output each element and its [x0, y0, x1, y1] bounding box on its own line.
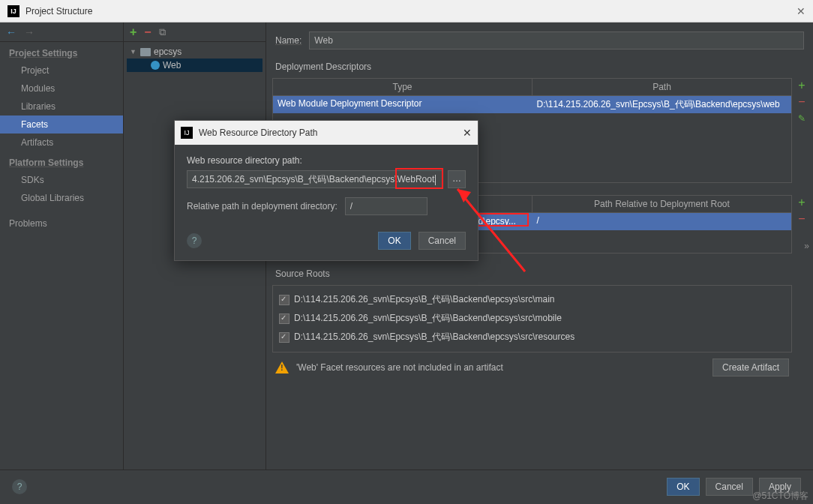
intellij-icon: IJ — [181, 127, 193, 139]
web-icon — [151, 61, 160, 70]
chevron-down-icon: ▼ — [130, 48, 137, 56]
dd-add-icon[interactable]: + — [794, 79, 809, 94]
checkbox-icon[interactable] — [279, 314, 290, 324]
section-platform-settings: Platform Settings — [0, 152, 123, 171]
tree-toolbar: + − ⧉ — [124, 22, 266, 42]
section-project-settings: Project Settings — [0, 42, 123, 62]
nav-artifacts[interactable]: Artifacts — [0, 134, 123, 152]
dd-col-type: Type — [273, 79, 532, 95]
create-artifact-button[interactable]: Create Artifact — [712, 358, 789, 376]
relative-path-input[interactable] — [345, 197, 428, 215]
dialog-title-bar: IJ Web Resource Directory Path ✕ — [175, 121, 478, 145]
nav-facets[interactable]: Facets — [0, 116, 123, 134]
checkbox-icon[interactable] — [279, 332, 290, 343]
settings-sidebar: ← → Project Settings Project Modules Lib… — [0, 22, 124, 470]
more-icon[interactable]: » — [804, 241, 809, 251]
close-icon[interactable]: ✕ — [796, 5, 806, 17]
nav-sdks[interactable]: SDKs — [0, 171, 123, 189]
ok-button[interactable]: OK — [667, 478, 699, 496]
intellij-icon: IJ — [8, 5, 20, 17]
copy-icon[interactable]: ⧉ — [159, 26, 166, 38]
tree-facet-label: Web — [163, 60, 181, 70]
window-title-bar: IJ Project Structure ✕ — [0, 0, 813, 22]
tree-module[interactable]: ▼ epcsys — [127, 45, 262, 58]
checkbox-icon[interactable] — [279, 295, 290, 305]
help-icon[interactable]: ? — [12, 479, 27, 494]
warning-icon — [275, 362, 289, 374]
wrd-add-icon[interactable]: + — [794, 196, 809, 211]
dd-remove-icon[interactable]: − — [794, 95, 809, 110]
nav-project[interactable]: Project — [0, 62, 123, 80]
wrd-row-rel: / — [532, 213, 792, 230]
dd-edit-icon[interactable]: ✎ — [794, 112, 809, 127]
dd-col-path: Path — [532, 79, 791, 95]
dialog-title: Web Resource Directory Path — [199, 128, 318, 138]
window-title: Project Structure — [26, 6, 92, 16]
name-label: Name: — [275, 35, 302, 46]
nav-global-libraries[interactable]: Global Libraries — [0, 189, 123, 207]
dialog-button-bar: ? OK Cancel Apply — [0, 470, 813, 502]
sidebar-toolbar: ← → — [0, 22, 123, 42]
forward-icon[interactable]: → — [24, 26, 34, 38]
wrd-remove-icon[interactable]: − — [794, 212, 809, 227]
dd-row[interactable]: Web Module Deployment Descriptor D:\114.… — [273, 96, 791, 113]
path-input[interactable]: 4.215.206.26_svn\Epcsys\B_代码\Backend\epc… — [187, 170, 443, 188]
wrd-col-rel: Path Relative to Deployment Root — [532, 196, 791, 212]
nav-libraries[interactable]: Libraries — [0, 98, 123, 116]
path-label: Web resource directory path: — [187, 155, 466, 166]
cancel-button[interactable]: Cancel — [706, 478, 753, 496]
deployment-descriptors-label: Deployment Descriptors — [272, 60, 813, 74]
dialog-cancel-button[interactable]: Cancel — [418, 232, 466, 250]
nav-problems[interactable]: Problems — [0, 214, 123, 232]
web-resource-directory-dialog: IJ Web Resource Directory Path ✕ Web res… — [174, 120, 478, 261]
back-icon[interactable]: ← — [6, 26, 16, 38]
dialog-ok-button[interactable]: OK — [378, 232, 410, 250]
tree-facet-web[interactable]: Web — [127, 58, 262, 72]
relative-path-label: Relative path in deployment directory: — [187, 201, 338, 212]
source-root-item[interactable]: D:\114.215.206.26_svn\Epcsys\B_代码\Backen… — [278, 290, 787, 309]
help-icon[interactable]: ? — [187, 233, 202, 248]
warning-text: 'Web' Facet resources are not included i… — [296, 362, 503, 373]
folder-icon — [140, 48, 151, 56]
remove-icon[interactable]: − — [144, 26, 151, 39]
dd-row-path: D:\114.215.206.26_svn\Epcsys\B_代码\Backen… — [532, 96, 792, 113]
add-icon[interactable]: + — [130, 26, 136, 39]
watermark: @51CTO博客 — [752, 490, 808, 502]
browse-button[interactable]: … — [448, 170, 466, 188]
source-root-item[interactable]: D:\114.215.206.26_svn\Epcsys\B_代码\Backen… — [278, 309, 787, 328]
close-icon[interactable]: ✕ — [463, 127, 472, 139]
nav-modules[interactable]: Modules — [0, 80, 123, 98]
dd-row-type: Web Module Deployment Descriptor — [273, 96, 532, 113]
tree-module-label: epcsys — [154, 46, 182, 57]
source-roots-label: Source Roots — [272, 267, 813, 280]
source-roots-list: D:\114.215.206.26_svn\Epcsys\B_代码\Backen… — [272, 285, 792, 352]
source-root-item[interactable]: D:\114.215.206.26_svn\Epcsys\B_代码\Backen… — [278, 328, 787, 346]
facet-name-input[interactable] — [309, 32, 804, 50]
